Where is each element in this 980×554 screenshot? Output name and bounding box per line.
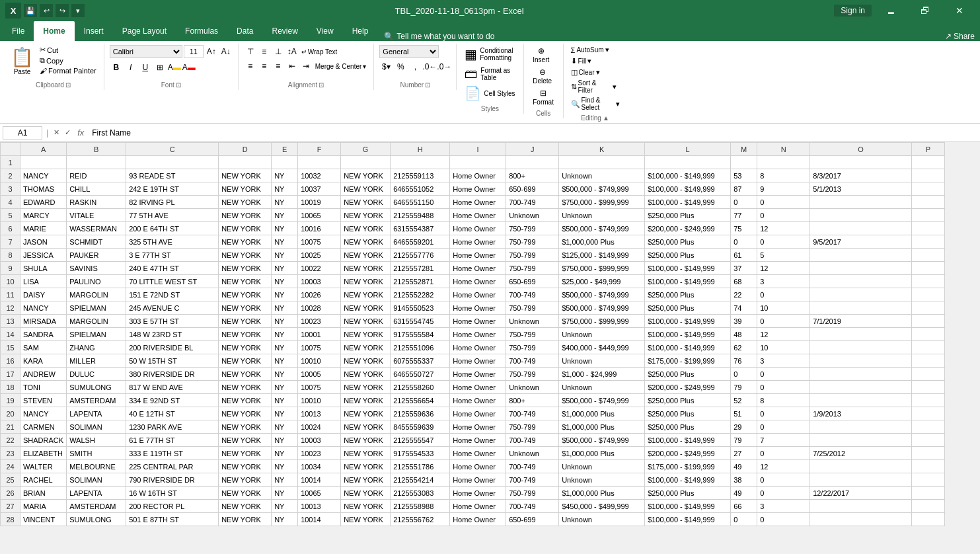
- cell-r12-c14[interactable]: 10: [757, 301, 810, 315]
- cell-r25-c2[interactable]: SOLIMAN: [67, 473, 126, 487]
- cell-r10-c9[interactable]: Home Owner: [450, 275, 506, 288]
- cell-r14-c14[interactable]: 12: [757, 328, 810, 341]
- cell-r18-c15[interactable]: [810, 381, 912, 394]
- cell-r26-c7[interactable]: NEW YORK: [341, 487, 391, 500]
- cell-r2-c13[interactable]: 53: [731, 169, 757, 182]
- cell-r26-c12[interactable]: $250,000 Plus: [645, 487, 731, 500]
- cell-r4-c13[interactable]: 0: [731, 196, 757, 209]
- cell-r11-c7[interactable]: NEW YORK: [341, 288, 391, 301]
- cell-r26-c11[interactable]: $1,000,000 Plus: [559, 487, 645, 500]
- find-select-button[interactable]: 🔍 Find & Select ▾: [569, 96, 622, 112]
- cell-r5-c6[interactable]: 10065: [298, 209, 341, 222]
- cell-r21-c16[interactable]: [911, 420, 944, 434]
- cell-r7-c4[interactable]: NEW YORK: [219, 235, 272, 249]
- italic-button[interactable]: I: [124, 61, 137, 74]
- cell-r22-c12[interactable]: $100,000 - $149,999: [645, 434, 731, 447]
- cell-r7-c13[interactable]: 0: [731, 235, 757, 249]
- cell-r14-c13[interactable]: 48: [731, 328, 757, 341]
- tab-view[interactable]: View: [307, 21, 343, 41]
- cell-r11-c3[interactable]: 151 E 72ND ST: [126, 288, 219, 301]
- cell-r8-c12[interactable]: $250,000 Plus: [645, 249, 731, 262]
- ribbon-collapse-icon[interactable]: ▲: [603, 114, 609, 122]
- cell-r20-c16[interactable]: [911, 407, 944, 420]
- cell-r9-c15[interactable]: [810, 262, 912, 275]
- cell-r2-c15[interactable]: 8/3/2017: [810, 169, 912, 182]
- header-address[interactable]: Address1: [126, 156, 219, 169]
- cell-r20-c12[interactable]: $250,000 Plus: [645, 407, 731, 420]
- cell-r4-c1[interactable]: EDWARD: [20, 196, 67, 209]
- cell-r21-c13[interactable]: 29: [731, 420, 757, 434]
- cell-r13-c3[interactable]: 303 E 57TH ST: [126, 315, 219, 328]
- col-header-i[interactable]: I: [450, 143, 506, 156]
- col-header-o[interactable]: O: [810, 143, 912, 156]
- cell-r27-c12[interactable]: $100,000 - $149,999: [645, 500, 731, 513]
- cell-r21-c10[interactable]: 750-799: [506, 420, 559, 434]
- cell-r15-c4[interactable]: NEW YORK: [219, 341, 272, 354]
- cell-r15-c15[interactable]: [810, 341, 912, 354]
- align-center-button[interactable]: ≡: [258, 59, 271, 73]
- cell-r24-c16[interactable]: [911, 460, 944, 473]
- cell-r5-c8[interactable]: 2125559488: [391, 209, 450, 222]
- cell-r13-c8[interactable]: 6315554745: [391, 315, 450, 328]
- cell-r6-c5[interactable]: NY: [272, 222, 298, 235]
- cell-r5-c12[interactable]: $250,000 Plus: [645, 209, 731, 222]
- header-income[interactable]: HouseHold Income: [645, 156, 731, 169]
- cell-r7-c2[interactable]: SCHMIDT: [67, 235, 126, 249]
- cell-r24-c6[interactable]: 10034: [298, 460, 341, 473]
- cell-r15-c2[interactable]: ZHANG: [67, 341, 126, 354]
- cell-r22-c13[interactable]: 79: [731, 434, 757, 447]
- cell-r10-c8[interactable]: 2125552871: [391, 275, 450, 288]
- cell-r8-c6[interactable]: 10025: [298, 249, 341, 262]
- cell-r6-c10[interactable]: 750-799: [506, 222, 559, 235]
- align-right-button[interactable]: ≡: [272, 59, 285, 73]
- cell-r28-c11[interactable]: Unknown: [559, 513, 645, 526]
- cell-r17-c13[interactable]: 0: [731, 368, 757, 381]
- cell-r24-c13[interactable]: 49: [731, 460, 757, 473]
- tab-home[interactable]: Home: [34, 21, 74, 41]
- cell-r22-c16[interactable]: [911, 434, 944, 447]
- cell-r21-c3[interactable]: 1230 PARK AVE: [126, 420, 219, 434]
- cell-r9-c14[interactable]: 12: [757, 262, 810, 275]
- merge-center-button[interactable]: Merge & Center ▾: [313, 59, 369, 73]
- cell-r26-c8[interactable]: 2125553083: [391, 487, 450, 500]
- cell-r5-c10[interactable]: Unknown: [506, 209, 559, 222]
- cell-r13-c10[interactable]: Unknown: [506, 315, 559, 328]
- percent-button[interactable]: %: [394, 60, 407, 73]
- cell-r14-c16[interactable]: [911, 328, 944, 341]
- cell-r21-c4[interactable]: NEW YORK: [219, 420, 272, 434]
- cell-r20-c7[interactable]: NEW YORK: [341, 407, 391, 420]
- col-header-l[interactable]: L: [645, 143, 731, 156]
- cell-r5-c9[interactable]: Home Owner: [450, 209, 506, 222]
- cell-r22-c14[interactable]: 7: [757, 434, 810, 447]
- cell-r20-c6[interactable]: 10013: [298, 407, 341, 420]
- increase-font-button[interactable]: A↑: [205, 45, 218, 58]
- cell-r5-c11[interactable]: Unknown: [559, 209, 645, 222]
- cell-r24-c2[interactable]: MELBOURNE: [67, 460, 126, 473]
- cell-r21-c9[interactable]: Home Owner: [450, 420, 506, 434]
- cell-r15-c13[interactable]: 62: [731, 341, 757, 354]
- cell-r7-c14[interactable]: 0: [757, 235, 810, 249]
- cut-button[interactable]: ✂ Cut: [38, 45, 98, 55]
- cell-r8-c10[interactable]: 750-799: [506, 249, 559, 262]
- cell-r7-c5[interactable]: NY: [272, 235, 298, 249]
- cell-r18-c13[interactable]: 79: [731, 381, 757, 394]
- cell-r26-c9[interactable]: Home Owner: [450, 487, 506, 500]
- col-header-j[interactable]: J: [506, 143, 559, 156]
- cell-r15-c9[interactable]: Home Owner: [450, 341, 506, 354]
- cell-r18-c6[interactable]: 10075: [298, 381, 341, 394]
- cell-r25-c7[interactable]: NEW YORK: [341, 473, 391, 487]
- header-p[interactable]: [911, 156, 944, 169]
- cell-r26-c5[interactable]: NY: [272, 487, 298, 500]
- cell-r27-c7[interactable]: NEW YORK: [341, 500, 391, 513]
- cell-r14-c9[interactable]: Home Owner: [450, 328, 506, 341]
- cell-r5-c14[interactable]: 0: [757, 209, 810, 222]
- cell-r15-c14[interactable]: 10: [757, 341, 810, 354]
- cell-r23-c16[interactable]: [911, 447, 944, 460]
- cell-r7-c7[interactable]: NEW YORK: [341, 235, 391, 249]
- cell-r23-c2[interactable]: SMITH: [67, 447, 126, 460]
- cell-r15-c7[interactable]: NEW YORK: [341, 341, 391, 354]
- cell-r13-c11[interactable]: $750,000 - $999,999: [559, 315, 645, 328]
- cell-r25-c11[interactable]: Unknown: [559, 473, 645, 487]
- cell-r12-c2[interactable]: SPIELMAN: [67, 301, 126, 315]
- cell-r26-c13[interactable]: 49: [731, 487, 757, 500]
